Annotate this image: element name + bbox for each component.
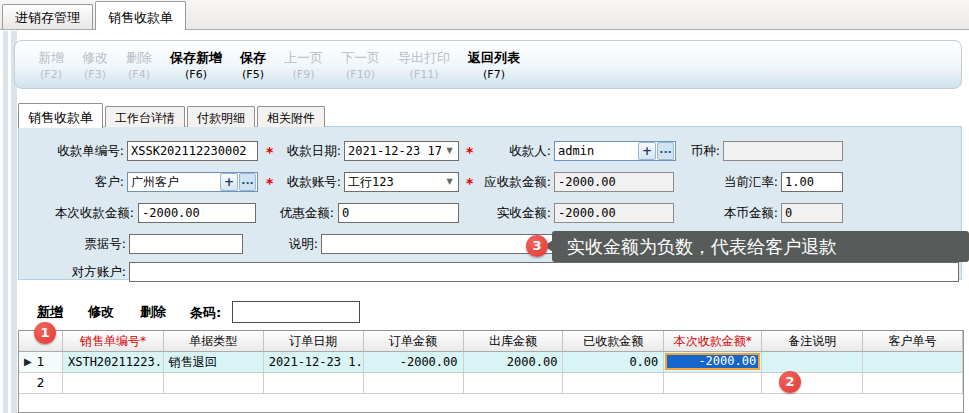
- customer-label: 客户:: [79, 172, 124, 192]
- actual-amount-input: [554, 203, 674, 223]
- subtab[interactable]: 工作台详情: [105, 106, 185, 127]
- toolbar-button[interactable]: 保存(F5): [231, 47, 275, 83]
- grid-delete-link[interactable]: 删除: [140, 303, 166, 321]
- subtab[interactable]: 相关附件: [257, 106, 325, 127]
- column-header[interactable]: 单据类型: [164, 331, 264, 352]
- bill-no-input[interactable]: [129, 234, 243, 254]
- window-tab[interactable]: 销售收款单: [95, 1, 186, 30]
- amount-this-time-input[interactable]: [138, 203, 256, 223]
- window-tab[interactable]: 进销存管理: [2, 4, 93, 29]
- table-cell[interactable]: XSTH20211223...: [63, 352, 164, 373]
- table-row[interactable]: 2: [19, 373, 963, 394]
- toolbar-button: 上一页(F9): [275, 47, 332, 83]
- row-number: 2: [37, 376, 45, 390]
- column-header[interactable]: 销售单编号*: [63, 331, 164, 352]
- toolbar-button: 修改(F3): [73, 47, 117, 83]
- counter-account-input[interactable]: [129, 262, 959, 282]
- left-gutter-strip: [11, 31, 17, 413]
- browse-payee-button[interactable]: ...: [657, 142, 674, 160]
- receipt-no-label: 收款单编号:: [29, 141, 124, 161]
- main-toolbar: 新增(F2)修改(F3)删除(F4)保存新增(F6)保存(F5)上一页(F9)下…: [14, 40, 962, 89]
- column-header[interactable]: 出库金额: [464, 331, 564, 352]
- customer-picker[interactable]: 广州客户 + ...: [127, 172, 258, 192]
- column-header[interactable]: 客户单号: [863, 331, 963, 352]
- discount-input[interactable]: [338, 203, 459, 223]
- table-cell[interactable]: [63, 373, 164, 394]
- callout-badge-1: 1: [34, 322, 56, 344]
- note-label: 说明:: [283, 234, 318, 254]
- column-header[interactable]: 订单金额: [364, 331, 464, 352]
- column-header[interactable]: 备注说明: [762, 331, 863, 352]
- toolbar-button: 下一页(F10): [332, 47, 389, 83]
- toolbar-button: 删除(F4): [117, 47, 161, 83]
- column-header[interactable]: 已收款金额: [563, 331, 664, 352]
- editing-cell-value[interactable]: -2000.00: [665, 353, 760, 370]
- column-header[interactable]: 本次收款金额*: [664, 331, 762, 352]
- chevron-down-icon[interactable]: ▼: [441, 173, 458, 191]
- barcode-input[interactable]: [232, 301, 360, 323]
- left-gutter-strip: [3, 31, 8, 413]
- actual-amount-label: 实收金额:: [487, 203, 551, 223]
- bill-no-label: 票据号:: [74, 234, 126, 254]
- account-label: 收款账号:: [271, 172, 341, 192]
- table-cell[interactable]: [464, 373, 564, 394]
- table-cell[interactable]: [863, 352, 963, 373]
- counter-account-label: 对方账户:: [62, 262, 126, 282]
- currency-input: [723, 141, 843, 161]
- account-combo[interactable]: 工行123 ▼: [344, 172, 459, 192]
- current-row-arrow-icon: ▶: [24, 352, 32, 372]
- receivable-input: [554, 172, 674, 192]
- table-row[interactable]: ▶1XSTH20211223...销售退回2021-12-23 1...-200…: [19, 352, 963, 373]
- table-cell[interactable]: [164, 373, 264, 394]
- toolbar-button: 新增(F2): [29, 47, 73, 83]
- row-header[interactable]: 2: [19, 373, 63, 394]
- chevron-down-icon[interactable]: ▼: [441, 142, 458, 160]
- toolbar-button: 导出打印(F11): [389, 47, 459, 83]
- browse-customer-button[interactable]: ...: [239, 173, 256, 191]
- currency-label: 币种:: [685, 141, 720, 161]
- toolbar-button[interactable]: 保存新增(F6): [161, 47, 231, 83]
- row-header[interactable]: ▶1: [19, 352, 63, 373]
- row-number: 1: [37, 355, 45, 369]
- table-cell[interactable]: [762, 352, 863, 373]
- local-amount-input: [781, 203, 843, 223]
- subtab[interactable]: 付款明细: [187, 106, 255, 127]
- receipt-date-combo[interactable]: 2021-12-23 17: ▼: [344, 141, 459, 161]
- table-cell[interactable]: -2000.00: [364, 352, 464, 373]
- table-cell[interactable]: -2000.00: [664, 352, 762, 373]
- table-cell[interactable]: [364, 373, 464, 394]
- receivable-label: 应收款金额:: [469, 172, 551, 192]
- refund-tooltip: 实收金额为负数，代表给客户退款: [552, 231, 969, 262]
- receipt-date-label: 收款日期:: [271, 141, 341, 161]
- discount-label: 优惠金额:: [270, 203, 334, 223]
- grid-add-link[interactable]: 新增: [37, 303, 63, 321]
- table-cell[interactable]: [664, 373, 762, 394]
- column-header[interactable]: 订单日期: [264, 331, 364, 352]
- barcode-label: 条码:: [190, 304, 221, 322]
- table-cell[interactable]: [762, 373, 863, 394]
- subtab[interactable]: 销售收款单: [18, 103, 103, 128]
- payee-picker[interactable]: admin + ...: [554, 141, 676, 161]
- table-cell[interactable]: [264, 373, 364, 394]
- grid-table: 销售单编号*单据类型订单日期订单金额出库金额已收款金额本次收款金额*备注说明客户…: [18, 330, 964, 413]
- add-payee-button[interactable]: +: [638, 142, 656, 160]
- exchange-rate-label: 当前汇率:: [714, 172, 778, 192]
- receipt-no-input[interactable]: [127, 141, 258, 161]
- grid-edit-link[interactable]: 修改: [88, 303, 114, 321]
- exchange-rate-input[interactable]: [781, 172, 843, 192]
- required-asterisk: *: [466, 144, 473, 160]
- table-cell[interactable]: [863, 373, 963, 394]
- subtab-bar: 销售收款单工作台详情付款明细相关附件: [18, 102, 327, 127]
- amount-this-time-label: 本次收款金额:: [37, 203, 134, 223]
- callout-badge-2: 2: [779, 371, 801, 393]
- local-amount-label: 本币金额:: [714, 203, 778, 223]
- window-tab-bar: 进销存管理销售收款单: [0, 0, 969, 30]
- table-cell[interactable]: [563, 373, 664, 394]
- add-customer-button[interactable]: +: [220, 173, 238, 191]
- table-cell[interactable]: 2021-12-23 1...: [264, 352, 364, 373]
- toolbar-button[interactable]: 返回列表(F7): [459, 47, 529, 83]
- table-cell[interactable]: 2000.00: [464, 352, 564, 373]
- table-cell[interactable]: 0.00: [563, 352, 664, 373]
- table-cell[interactable]: 销售退回: [164, 352, 264, 373]
- callout-badge-3: 3: [526, 235, 548, 257]
